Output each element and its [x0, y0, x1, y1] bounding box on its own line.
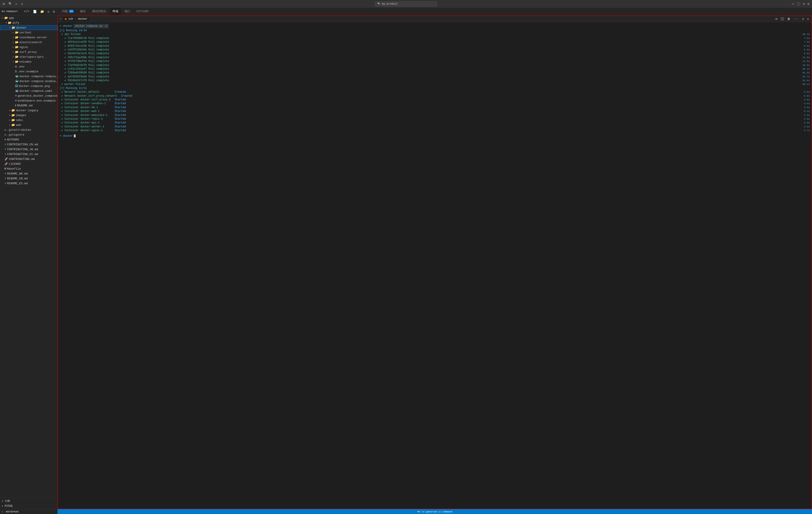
sidebar-timeline[interactable]: ▸ 时间线 — [0, 504, 58, 508]
main-layout: MY-PRODUCT </> 📄 📁 ↻ ⊡ ▾ 📂 app ▾ 📂 dify … — [0, 8, 812, 514]
sidebar-item-images[interactable]: ▸ 📂 images — [0, 113, 58, 118]
collapse-icon[interactable]: ⊡ — [52, 9, 56, 14]
sidebar-item-env-example[interactable]: $ .env.example — [0, 69, 58, 74]
sidebar-item-web[interactable]: ▸ 📂 web — [0, 122, 58, 127]
chevron-up-icon[interactable]: ∧ — [801, 17, 805, 21]
sidebar-item-docker-compose-middleware[interactable]: 🐳 docker-compose.middleware.yaml — [0, 79, 58, 84]
terminal-line: ✔ c64f5fd9b3eb Pull complete 8.0s — [60, 48, 810, 52]
terminal-tab-docker[interactable]: zsh - docker — [63, 17, 89, 21]
terminal-content[interactable]: ➜ docker docker compose up -d [+] Runnin… — [58, 22, 812, 509]
more-actions-icon[interactable]: ··· — [792, 17, 800, 21]
sidebar-item-generate-docker-compose[interactable]: ≡ generate_docker_compose — [0, 93, 58, 98]
sidebar-item-label: docker-compose.png — [19, 85, 50, 88]
sidebar-item-authors[interactable]: ≡ AUTHORS — [0, 137, 58, 142]
settings-icon[interactable]: ⚙ — [808, 2, 809, 6]
chevron-down-icon[interactable]: ∨ — [21, 2, 23, 6]
sidebar-item-docker-compose-yaml[interactable]: 🐳 docker-compose.yaml — [0, 88, 58, 93]
sidebar-outline[interactable]: ▸ 大纲 — [0, 498, 58, 504]
terminal-line: ✔ d02d1a1ced20 Pull complete 7.5s — [60, 40, 810, 44]
search-bar[interactable]: 🔍 my-product — [375, 2, 437, 6]
terminal-line: [+] Running 14/14 — [60, 29, 810, 32]
sidebar-item-label: docker-compose-template.yaml — [20, 75, 58, 78]
sidebar-item-contributing-ja[interactable]: ⬇ CONTRIBUTING_JA.md — [0, 147, 58, 152]
close-icon[interactable]: ✕ — [806, 17, 810, 21]
sidebar-item-dify[interactable]: ▾ 📂 dify — [0, 20, 58, 25]
line-text: ✔ c64f5fd9b3eb Pull complete — [60, 48, 109, 52]
line-text: [+] Running 14/14 — [60, 29, 87, 32]
sidebar-item-certbot[interactable]: ▸ 📂 certbot — [0, 30, 58, 35]
refresh-icon[interactable]: ↻ — [47, 9, 50, 14]
sidebar-item-label: elasticsearch — [20, 41, 42, 44]
line-text: ✔ b9c8470a7ac6 Pull complete — [60, 52, 109, 56]
layout2-icon[interactable]: ⬛ — [796, 2, 800, 6]
sidebar-item-readme-cn[interactable]: ⬇ README_CN.md — [0, 176, 58, 181]
folder-icon: 📂 — [15, 45, 19, 49]
tab-output[interactable]: 输出 — [78, 8, 88, 16]
line-text: ✔ Container docker-api-1 — [60, 121, 99, 125]
sidebar-item-gitattributes[interactable]: ◇ .gitattributes — [0, 127, 58, 132]
sidebar-item-ssrf-proxy[interactable]: ▸ 📂 ssrf_proxy — [0, 50, 58, 54]
code-icon[interactable]: </> — [23, 9, 30, 14]
sidebar-item-middleware-env[interactable]: ≡ middleware.env.example — [0, 98, 58, 103]
line-text: ✔ Container docker-weaviate-1 — [60, 113, 108, 117]
sidebar-item-docker-compose-png[interactable]: 🖼 docker-compose.png — [0, 84, 58, 88]
sidebar-item-readme[interactable]: ℹ README.md — [0, 103, 58, 108]
folder-icon: 📂 — [11, 123, 15, 127]
prompt-line-2: ➜ docker — [60, 134, 810, 139]
sidebar-item-contributing[interactable]: 🚀 CONTRIBUTING.md — [0, 156, 58, 162]
sidebar-item-nginx[interactable]: ▸ 📂 nginx — [0, 45, 58, 50]
status-text: Created — [118, 94, 132, 98]
tab-terminal[interactable]: 终端 — [110, 8, 121, 16]
prompt-cmd-bg: docker compose up -d — [74, 24, 109, 28]
status-text: Started — [112, 98, 126, 102]
status-bar-shortcut: ⌘K to generate a command — [60, 510, 810, 513]
folder-icon: 📂 — [11, 113, 15, 117]
trash-icon[interactable]: 🗑 — [786, 17, 791, 21]
time-value: 90.3s — [799, 67, 810, 71]
docker-icon: 🐳 — [15, 89, 19, 93]
sidebar-item-sdks[interactable]: ▸ 📂 sdks — [0, 118, 58, 122]
sidebar-item-couchbase-server[interactable]: ▸ 📂 couchbase-server — [0, 35, 58, 40]
run-icon[interactable]: ▷ — [16, 2, 18, 6]
sidebar-item-elasticsearch[interactable]: ▸ 📂 elasticsearch — [0, 40, 58, 45]
arrow-icon: ▸ — [11, 46, 15, 49]
sidebar-item-contributing-vl[interactable]: ⬇ CONTRIBUTING_VI.md — [0, 152, 58, 156]
sidebar-item-license[interactable]: 🚀 LICENSE — [0, 162, 58, 166]
sidebar-item-docker-legacy[interactable]: ▸ 📂 docker-legacy — [0, 108, 58, 113]
tab-problems[interactable]: 问题 26 — [59, 8, 77, 16]
sidebar-item-app[interactable]: ▾ 📂 app — [0, 16, 58, 20]
outline-label: 大纲 — [5, 499, 10, 503]
arrow-icon: ▸ — [11, 31, 15, 34]
split-terminal-icon[interactable]: ⊡ — [775, 17, 778, 21]
search-icon[interactable]: 🔍 — [8, 2, 12, 6]
new-file-icon[interactable]: 📄 — [32, 9, 37, 14]
sidebar-item-env[interactable]: ⚙ .env — [0, 64, 58, 69]
layout3-icon[interactable]: ⊟ — [803, 2, 805, 6]
sidebar-item-makefile[interactable]: M Makefile — [0, 166, 58, 171]
sidebar-item-readme-ar[interactable]: ⬇ README_AR.md — [0, 171, 58, 176]
sidebar-item-readme-es[interactable]: ⬇ README_ES.md — [0, 181, 58, 186]
sidebar-item-contributing-cn[interactable]: ⬇ CONTRIBUTING_CN.md — [0, 142, 58, 147]
new-folder-icon[interactable]: 📁 — [39, 9, 45, 14]
terminal-line: ✔ Container docker-db-1 Started 3.5s — [60, 106, 810, 110]
sidebar-item-volumes[interactable]: ▸ 📂 volumes — [0, 59, 58, 64]
time-value: 91.8s — [799, 79, 810, 83]
tab-ports[interactable]: 端口 — [122, 8, 133, 16]
copy-icon[interactable]: ⧉ — [3, 2, 5, 6]
titlebar-left: ⧉ 🔍 ▷ ∨ — [3, 2, 23, 6]
terminal-layout-icon[interactable]: ⬛ — [780, 17, 785, 21]
status-text: Created — [100, 90, 126, 94]
notepads-section[interactable]: ▸ NOTEPADS — [0, 509, 58, 514]
sidebar-item-docker-compose-template[interactable]: 🐳 docker-compose-template.yaml — [0, 74, 58, 79]
problems-badge: 26 — [69, 10, 74, 13]
terminal-line: ✔ 295cf3aa49db Pull complete 12.8s — [60, 56, 810, 59]
time-value: 28.0s — [799, 64, 810, 67]
folder-icon: 📂 — [15, 40, 19, 44]
layout1-icon[interactable]: ▭ — [792, 2, 794, 6]
sidebar-item-docker[interactable]: ▸ 📂 docker — [0, 25, 58, 30]
tab-debug-console[interactable]: 调试控制台 — [89, 8, 109, 16]
tab-gitlens[interactable]: GITLENS — [134, 8, 151, 16]
sidebar-item-startupscripts[interactable]: ▸ 📂 startupscripts — [0, 54, 58, 59]
section-title: MY-PRODUCT — [2, 10, 21, 13]
sidebar-item-gitignore[interactable]: ◇ .gitignore — [0, 132, 58, 137]
